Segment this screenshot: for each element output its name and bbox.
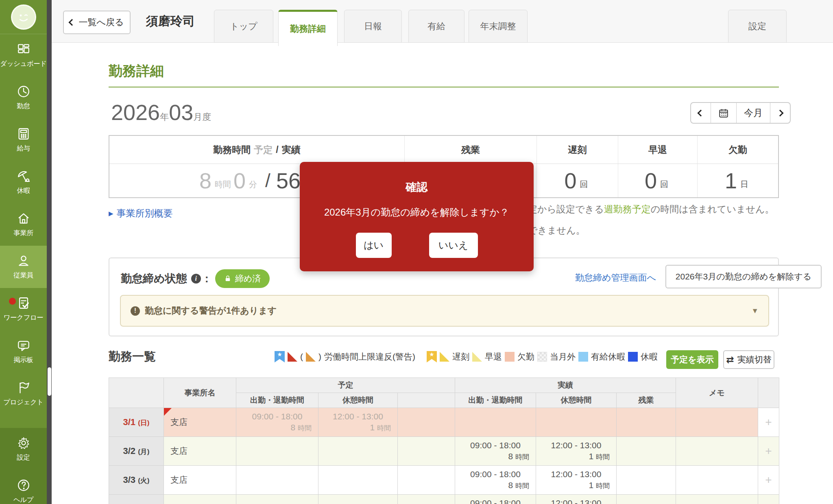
document-check-icon xyxy=(17,296,31,310)
sidebar-item-settings[interactable]: 設定 xyxy=(0,428,47,470)
tab-label: トップ xyxy=(230,20,257,33)
legend-violation-label: 労働時間上限違反(警告) xyxy=(324,351,415,362)
actual-overtime-cell xyxy=(617,495,676,504)
tab-top[interactable]: トップ xyxy=(214,10,273,43)
show-plan-button[interactable]: 予定を表示 xyxy=(666,350,718,369)
actual-time-header: 出勤・退勤時間 xyxy=(455,393,536,408)
closing-admin-link[interactable]: 勤怠締め管理画面へ xyxy=(575,272,656,284)
yellow-star-ribbon-icon: ★ xyxy=(427,351,437,362)
prev-month-button[interactable] xyxy=(691,103,711,123)
closing-status-label: 勤怠締め状態 xyxy=(121,271,187,286)
period-year-unit: 年 xyxy=(160,112,169,122)
summary-late-value: 0 回 xyxy=(537,164,618,197)
office-text: 支店 xyxy=(170,475,188,484)
back-to-list-button[interactable]: 一覧へ戻る xyxy=(63,11,131,34)
no-button[interactable]: いいえ xyxy=(429,233,478,258)
tab-daily-report[interactable]: 日報 xyxy=(344,10,402,43)
current-month-button[interactable]: 今月 xyxy=(737,103,770,123)
yes-button[interactable]: はい xyxy=(356,233,392,258)
gear-icon xyxy=(17,436,31,450)
tab-paid-leave[interactable]: 有給 xyxy=(408,10,464,43)
warning-text: 勤怠に関する警告が1件あります xyxy=(145,305,277,317)
plan-duration-unit: 時間 xyxy=(298,424,312,432)
actual-break-unit: 時間 xyxy=(596,482,610,490)
dow-text: (月) xyxy=(138,448,149,456)
flag-icon xyxy=(17,381,31,395)
sidebar-scrollbar-thumb[interactable] xyxy=(48,367,51,396)
red-corner-marker-icon xyxy=(164,408,172,416)
topbar: 一覧へ戻る 須磨玲司 トップ 勤務詳細 日報 有給 年末調整 設定 xyxy=(52,0,833,43)
plan-blank-cell xyxy=(398,437,455,466)
tab-year-end[interactable]: 年末調整 xyxy=(469,10,528,43)
month-navigation: 今月 xyxy=(690,102,791,124)
office-summary-link[interactable]: ▶ 事業所別概要 xyxy=(109,207,173,220)
actual-overtime-header: 残業 xyxy=(617,393,676,408)
unlock-closing-button[interactable]: 2026年3月の勤怠の締めを解除する xyxy=(665,265,822,288)
add-record-button[interactable]: + xyxy=(758,437,779,466)
sidebar-item-dashboard[interactable]: ダッシュボード xyxy=(0,34,47,76)
plan-blank-header xyxy=(398,393,455,408)
add-record-button[interactable]: + xyxy=(758,408,779,437)
sidebar-item-attendance[interactable]: 勤怠 xyxy=(0,76,47,119)
actual-time-text: 09:00 - 18:00 xyxy=(462,498,529,504)
calendar-picker-button[interactable] xyxy=(711,103,737,123)
add-record-button[interactable]: + xyxy=(758,466,779,495)
actual-duration: 8 xyxy=(508,480,513,490)
late-count: 0 xyxy=(564,168,576,193)
sidebar-item-project[interactable]: プロジェクト xyxy=(0,373,47,415)
sidebar-item-label: 設定 xyxy=(17,453,30,462)
sidebar-item-employees[interactable]: 従業員 xyxy=(0,246,47,288)
sidebar-item-office[interactable]: 事業所 xyxy=(0,203,47,246)
sidebar-item-board[interactable]: 掲示板 xyxy=(0,330,47,373)
avatar-area[interactable] xyxy=(0,0,47,34)
next-month-button[interactable] xyxy=(770,103,790,123)
weekly-plan-link[interactable]: 週勤務予定 xyxy=(604,204,651,214)
sidebar-item-label: 事業所 xyxy=(14,229,33,238)
plan-group-header: 予定 xyxy=(236,378,455,393)
date-cell[interactable]: 3/3 (火) xyxy=(109,466,164,495)
actual-time-text: 09:00 - 18:00 xyxy=(462,441,529,450)
sidebar-item-leave[interactable]: 休暇 xyxy=(0,161,47,203)
caret-down-icon[interactable]: ▼ xyxy=(751,307,759,315)
plan-hours-unit: 時間 xyxy=(215,179,231,190)
table-row: 3/1 (日) 支店 09:00 - 18:00 8 時間 12:00 - 13… xyxy=(109,408,779,437)
actual-break-text: 12:00 - 13:00 xyxy=(543,441,610,450)
date-cell[interactable]: 3/2 (月) xyxy=(109,437,164,466)
dialog-message: 2026年3月の勤怠の締めを解除しますか？ xyxy=(300,206,534,219)
main-content: 勤務詳細 2026年03月度 今月 勤務時間 予定 / 実績 残業 xyxy=(52,43,833,504)
plan-blank-cell xyxy=(398,466,455,495)
period-label: 2026年03月度 xyxy=(111,100,211,125)
date-text: 3/1 xyxy=(123,417,135,427)
tab-work-detail[interactable]: 勤務詳細 xyxy=(278,10,338,46)
memo-column-header: メモ xyxy=(676,378,758,408)
speech-bubble-icon xyxy=(17,338,31,352)
avatar[interactable] xyxy=(11,4,36,30)
salmon-square-icon xyxy=(505,352,515,362)
app-window: ダッシュボード 勤怠 給与 休暇 事業所 従業員 ワークフロー xyxy=(0,0,833,504)
office-cell: 支店 xyxy=(164,466,236,495)
actual-break-cell: 12:00 - 13:00 1 時間 xyxy=(536,495,617,504)
info-icon[interactable]: i xyxy=(191,274,201,284)
sidebar-item-help[interactable]: ヘルプ xyxy=(0,470,47,504)
chevron-left-icon xyxy=(698,109,704,116)
triangle-right-icon: ▶ xyxy=(109,210,113,217)
summary-absence-value: 1 日 xyxy=(698,164,778,197)
swap-arrows-icon: ⇄ xyxy=(726,354,734,365)
sidebar-item-payroll[interactable]: 給与 xyxy=(0,119,47,161)
actual-overtime-cell xyxy=(617,437,676,466)
actual-duration: 8 xyxy=(508,452,513,461)
summary-header-late: 遅刻 xyxy=(537,136,618,164)
plan-break-cell xyxy=(318,495,398,504)
date-cell[interactable]: 3/4 (水) xyxy=(109,495,164,504)
work-list-table: 事業所名 予定 実績 メモ 出勤・退勤時間 休憩時間 出勤・退勤時間 休憩時間 … xyxy=(109,377,779,504)
sidebar-item-workflow[interactable]: ワークフロー xyxy=(0,288,47,330)
switch-actual-button[interactable]: ⇄ 実績切替 xyxy=(723,350,774,369)
attendance-warning-bar[interactable]: ! 勤怠に関する警告が1件あります ▼ xyxy=(120,295,769,327)
actual-time-text: 09:00 - 18:00 xyxy=(462,469,529,479)
tab-label: 有給 xyxy=(427,20,445,33)
sidebar-scrollbar-track[interactable] xyxy=(47,0,52,504)
add-record-button[interactable]: + xyxy=(758,495,779,504)
warning-icon: ! xyxy=(131,306,140,316)
tab-settings[interactable]: 設定 xyxy=(728,10,787,43)
date-cell[interactable]: 3/1 (日) xyxy=(109,408,164,437)
